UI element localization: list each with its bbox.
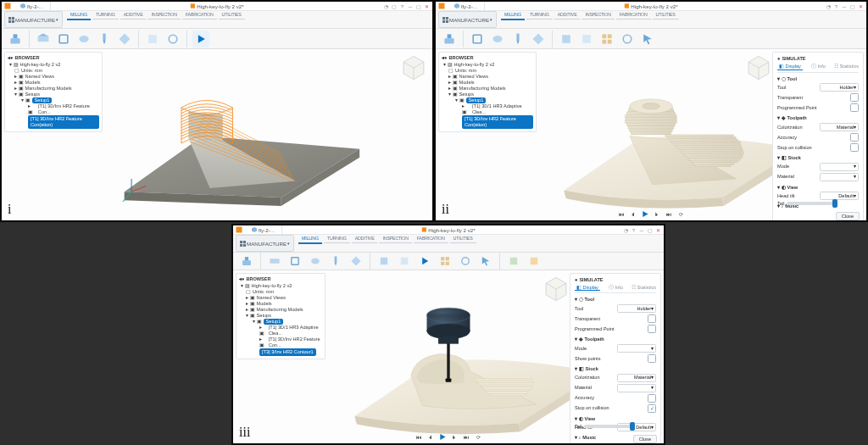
chk-progpt[interactable] (850, 103, 859, 112)
browser-row-selected[interactable]: [T1] 3D/Inv HR2 Feature Con(ation) (442, 115, 533, 129)
chk-stopcol[interactable] (648, 404, 656, 413)
viewport[interactable]: ◂●BROWSER ▾ ▨High-key-lo-fly 2 v2 ▢Units… (233, 270, 664, 443)
simulate-icon[interactable] (192, 31, 209, 47)
manage-icon[interactable] (437, 253, 453, 270)
browser-row-setups[interactable]: ▾ ▣Setups (442, 92, 533, 97)
sel-tool[interactable]: Holder ▾ (820, 83, 859, 92)
minimize-icon[interactable]: ─ (407, 3, 414, 10)
browser-row-op1[interactable]: ▸ ▣[T1] 3D/1 HR3 Adaptive Clea... (239, 325, 322, 337)
modify-icon[interactable] (376, 253, 392, 270)
help-icon[interactable]: ? (399, 3, 406, 10)
maximize-icon[interactable]: ▢ (849, 3, 856, 10)
browser-panel[interactable]: ◂●BROWSER ▾ ▨High-key-lo-fly 2 v2 ▢Units… (438, 52, 537, 132)
3d-icon[interactable] (307, 253, 324, 270)
browser-row-setups[interactable]: ▾ ▣Setups (8, 92, 99, 97)
browser-row-op1[interactable]: ▸ ▣[T1] 3D/Inv HR2 Feature Con... (8, 103, 99, 115)
step-back-icon[interactable]: ⏴ (630, 210, 637, 218)
browser-row-models[interactable]: ▸ ▣Models (442, 80, 533, 86)
section-toolpath[interactable]: Toolpath (585, 337, 604, 342)
bell-icon[interactable]: ▢ (391, 3, 398, 10)
loop-icon[interactable]: ⟳ (677, 210, 685, 218)
tab-utilities[interactable]: UTILITIES (450, 235, 476, 243)
select-icon[interactable] (639, 31, 656, 47)
minimize-icon[interactable]: ─ (841, 3, 848, 10)
face-icon[interactable] (266, 253, 283, 270)
tab-display[interactable]: ◧ Display (777, 64, 803, 70)
browser-row-namedviews[interactable]: ▸ ▣Named Views (8, 74, 99, 80)
workspace-switcher[interactable]: MANUFACTURE ▾ (4, 11, 63, 28)
section-tool[interactable]: Tool (585, 297, 594, 303)
addin-icon[interactable] (505, 253, 522, 270)
browser-row-models[interactable]: ▸ ▣Models (239, 301, 322, 307)
chk-transparent[interactable] (850, 93, 859, 102)
browser-row-op1[interactable]: ▸ ▣[T1] 3D/1 HR3 Adaptive Clea... (442, 103, 533, 115)
help-icon[interactable]: ? (631, 227, 637, 234)
chk-stopcol[interactable] (850, 143, 859, 152)
browser-row-root[interactable]: ▾ ▨High-key-lo-fly 2 v2 (8, 62, 99, 68)
section-stock[interactable]: Stock (586, 366, 598, 372)
multiaxis-icon[interactable] (348, 253, 364, 270)
drilling-icon[interactable] (509, 31, 526, 47)
viewport[interactable]: ◂●BROWSER ▾ ▨High-key-lo-fly 2 v2 ▢Units… (2, 49, 432, 220)
browser-row-units[interactable]: ▢Units: mm (239, 289, 322, 295)
viewport[interactable]: ◂●BROWSER ▾ ▨High-key-lo-fly 2 v2 ▢Units… (436, 49, 866, 220)
maximize-icon[interactable]: ▢ (415, 3, 422, 10)
sel-stockmode[interactable]: ▾ (820, 163, 859, 171)
actions-icon[interactable] (144, 31, 161, 47)
tab-inspection[interactable]: INSPECTION (147, 11, 180, 19)
help-icon[interactable]: ? (833, 3, 840, 10)
sel-headtilt[interactable]: Default ▾ (820, 192, 859, 200)
simulate-panel[interactable]: ●SIMULATE ◧ Display ⓘ Info ☷ Statistics … (570, 273, 661, 443)
file-tab[interactable]: fly-2-... (245, 225, 282, 234)
browser-header[interactable]: ◂●BROWSER (8, 55, 99, 61)
go-end-icon[interactable]: ⏭ (463, 433, 470, 441)
browser-row-namedviews[interactable]: ▸ ▣Named Views (239, 295, 322, 301)
drilling-icon[interactable] (96, 31, 113, 47)
tab-turning[interactable]: TURNING (526, 11, 553, 19)
browser-row-selected[interactable]: [T1] 3D/Inv HR2 Feature Con(ation) (8, 115, 99, 129)
step-fwd-icon[interactable]: ⏵ (654, 210, 661, 218)
actions-icon[interactable] (578, 31, 595, 47)
3d-icon[interactable] (75, 31, 92, 47)
browser-row-namedviews[interactable]: ▸ ▣Named Views (442, 74, 533, 80)
chk-progpt[interactable] (648, 325, 656, 333)
file-tab[interactable]: fly-2-... (448, 2, 485, 10)
browser-row-op2[interactable]: ▸ ▣[T1] 3D/Inv HR2 Feature Con... (239, 337, 322, 348)
inspect-icon[interactable] (164, 31, 181, 47)
multiaxis-icon[interactable] (116, 31, 133, 47)
sel-tool[interactable]: Holder ▾ (617, 304, 656, 313)
tab-additive[interactable]: ADDITIVE (352, 235, 378, 243)
close-button[interactable]: Close (633, 435, 657, 443)
close-button[interactable]: Close (836, 212, 860, 220)
browser-panel[interactable]: ◂●BROWSER ▾ ▨High-key-lo-fly 2 v2 ▢Units… (4, 52, 103, 132)
browser-row-setup1[interactable]: ▾ ▣Setup1 (442, 97, 533, 103)
browser-header[interactable]: ◂●BROWSER (239, 276, 322, 282)
2d-icon[interactable] (287, 253, 303, 270)
step-fwd-icon[interactable]: ⏵ (451, 433, 459, 441)
browser-row-setup1[interactable]: ▾ ▣Setup1 (8, 97, 99, 103)
close-icon[interactable]: ✕ (654, 227, 661, 234)
tab-fabrication[interactable]: FABRICATION (414, 235, 448, 243)
browser-row-mfgmodels[interactable]: ▸ ▣Manufacturing Models (8, 86, 99, 92)
tab-turning[interactable]: TURNING (324, 235, 350, 243)
inspect-icon[interactable] (619, 31, 636, 47)
simulate-icon[interactable] (416, 253, 433, 270)
maximize-icon[interactable]: ▢ (647, 227, 654, 234)
browser-row-mfgmodels[interactable]: ▸ ▣Manufacturing Models (239, 307, 322, 313)
chk-transparent[interactable] (648, 314, 656, 323)
user-icon[interactable]: ◔ (383, 3, 390, 10)
output-icon[interactable] (526, 253, 542, 270)
tail-slider[interactable] (584, 425, 635, 428)
browser-row-models[interactable]: ▸ ▣Models (8, 80, 99, 86)
step-back-icon[interactable]: ⏴ (427, 433, 435, 441)
sel-stockcolor[interactable]: Material ▾ (617, 374, 656, 382)
browser-row-units[interactable]: ▢Units: mm (8, 68, 99, 74)
tab-display[interactable]: ◧ Display (575, 285, 600, 292)
manage-icon[interactable] (598, 31, 615, 47)
browser-row-mfgmodels[interactable]: ▸ ▣Manufacturing Models (442, 86, 533, 92)
go-end-icon[interactable]: ⏭ (665, 210, 673, 218)
browser-header[interactable]: ◂●BROWSER (442, 55, 533, 61)
sel-colorization[interactable]: Material ▾ (820, 123, 859, 131)
tab-utilities[interactable]: UTILITIES (219, 11, 245, 19)
play-icon[interactable] (642, 210, 649, 218)
